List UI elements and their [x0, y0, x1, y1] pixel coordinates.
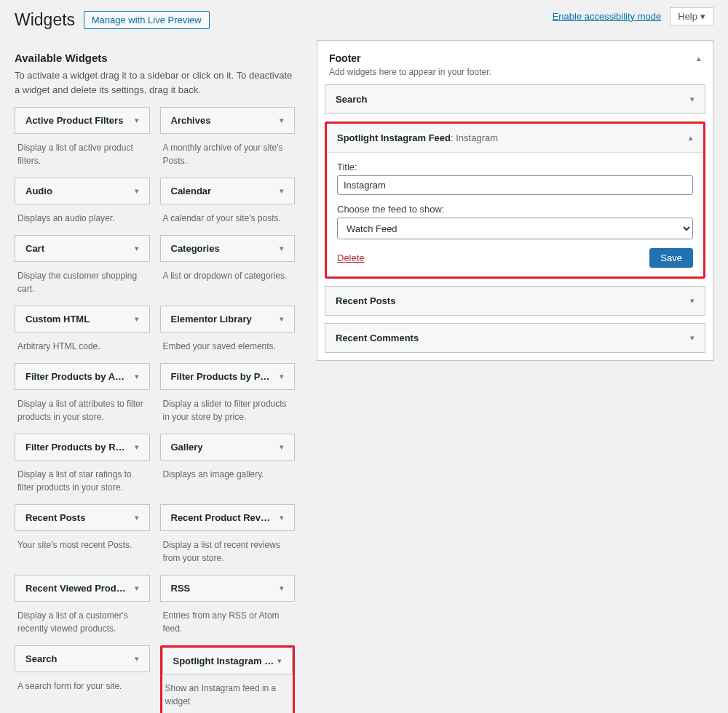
widget-subtitle: : Instagram [451, 132, 498, 143]
chevron-down-icon[interactable]: ▾ [280, 513, 284, 522]
chevron-down-icon[interactable]: ▾ [135, 314, 139, 324]
widget-description: Display a list of star ratings to filter… [15, 461, 150, 504]
live-preview-button[interactable]: Manage with Live Preview [84, 11, 210, 29]
widget-description: A monthly archive of your site's Posts. [160, 134, 296, 178]
widget-title: Elementor Library [171, 314, 252, 324]
widget-description: Your site's most recent Posts. [15, 531, 150, 562]
delete-link[interactable]: Delete [337, 252, 365, 263]
available-widget[interactable]: Gallery ▾ [160, 434, 296, 461]
available-widget[interactable]: Recent Product Reviews ▾ [160, 504, 296, 531]
chevron-down-icon[interactable]: ▾ [280, 186, 284, 196]
chevron-down-icon[interactable]: ▾ [135, 583, 139, 593]
available-widgets-heading: Available Widgets [15, 52, 295, 64]
chevron-down-icon[interactable]: ▾ [690, 333, 695, 343]
widget-title: Categories [171, 243, 220, 254]
chevron-down-icon[interactable]: ▾ [280, 442, 284, 452]
available-widgets-intro: To activate a widget drag it to a sideba… [15, 68, 295, 97]
chevron-down-icon[interactable]: ▾ [280, 314, 284, 324]
chevron-down-icon[interactable]: ▾ [280, 583, 284, 593]
widget-title: Calendar [171, 186, 212, 196]
feed-label: Choose the feed to show: [337, 204, 693, 215]
widget-title: Cart [25, 243, 44, 254]
chevron-down-icon[interactable]: ▾ [690, 296, 695, 306]
widget-title: Archives [171, 115, 211, 126]
available-widget[interactable]: Categories ▾ [160, 235, 296, 262]
footer-widget-instagram-open: Spotlight Instagram Feed: Instagram ▴ Ti… [325, 122, 705, 279]
chevron-down-icon[interactable]: ▾ [135, 372, 139, 381]
widget-title: Custom HTML [25, 314, 90, 324]
widget-title: Active Product Filters [25, 115, 123, 126]
widget-title: Search [25, 653, 57, 664]
widget-title: Spotlight Instagram F... [173, 656, 275, 666]
footer-widget-recent-comments[interactable]: Recent Comments ▾ [325, 323, 705, 353]
available-widget[interactable]: Custom HTML ▾ [15, 306, 150, 332]
save-button[interactable]: Save [649, 248, 693, 268]
widget-description: Display the customer shopping cart. [15, 262, 150, 306]
chevron-down-icon[interactable]: ▾ [135, 186, 139, 196]
widget-title: Gallery [171, 442, 203, 453]
chevron-down-icon[interactable]: ▾ [135, 654, 139, 664]
available-widget[interactable]: Archives ▾ [160, 107, 296, 134]
chevron-down-icon[interactable]: ▾ [135, 513, 139, 522]
chevron-down-icon[interactable]: ▾ [135, 244, 139, 253]
available-widget[interactable]: Cart ▾ [15, 235, 150, 262]
help-label: Help [678, 11, 697, 22]
widget-description: Embed your saved elements. [160, 332, 296, 363]
available-widget[interactable]: Filter Products by Price ▾ [160, 363, 296, 390]
widget-label: Recent Posts [336, 295, 395, 306]
available-widget[interactable]: Recent Viewed Produ... ▾ [15, 575, 150, 602]
chevron-down-icon: ▾ [700, 11, 705, 22]
available-widget[interactable]: Spotlight Instagram F... ▾ [162, 648, 293, 674]
chevron-down-icon[interactable]: ▾ [280, 244, 284, 253]
widget-description: A list or dropdown of categories. [160, 262, 296, 292]
widget-description: A search form for your site. [15, 672, 150, 703]
available-widget[interactable]: Elementor Library ▾ [160, 306, 296, 332]
widget-title: Filter Products by Attr... [25, 371, 127, 382]
widget-title: Filter Products by Price [171, 371, 273, 382]
widget-title: Recent Posts [25, 512, 85, 523]
title-label: Title: [337, 162, 693, 172]
widget-description: Arbitrary HTML code. [15, 332, 150, 363]
footer-area-desc: Add widgets here to appear in your foote… [317, 67, 713, 84]
title-input[interactable] [337, 175, 693, 195]
chevron-down-icon[interactable]: ▾ [135, 442, 139, 452]
page-title: Widgets [15, 0, 75, 33]
highlighted-widget: Spotlight Instagram F... ▾ Show an Insta… [160, 645, 296, 713]
chevron-up-icon[interactable]: ▴ [689, 133, 693, 143]
available-widget[interactable]: Recent Posts ▾ [15, 504, 150, 531]
widget-label: Recent Comments [336, 332, 419, 343]
accessibility-mode-link[interactable]: Enable accessibility mode [553, 11, 662, 22]
widget-description: Displays an image gallery. [160, 461, 296, 491]
chevron-down-icon[interactable]: ▾ [280, 372, 284, 381]
footer-widget-area: Footer ▴ Add widgets here to appear in y… [317, 40, 713, 361]
available-widget[interactable]: Active Product Filters ▾ [15, 107, 150, 134]
available-widget[interactable]: Search ▾ [15, 645, 150, 672]
available-widget[interactable]: Filter Products by Rati... ▾ [15, 434, 150, 461]
widget-description: Display a list of recent reviews from yo… [160, 531, 296, 575]
widget-title: Recent Viewed Produ... [25, 583, 127, 594]
chevron-down-icon[interactable]: ▾ [277, 656, 282, 666]
widget-title: RSS [171, 583, 191, 594]
footer-widget-search[interactable]: Search ▾ [325, 84, 705, 114]
footer-area-title: Footer [329, 52, 361, 64]
widget-description: Display a list of active product filters… [15, 134, 150, 178]
footer-widget-recent-posts[interactable]: Recent Posts ▾ [325, 286, 705, 316]
widget-description: Displays an audio player. [15, 204, 150, 235]
available-widget[interactable]: Audio ▾ [15, 178, 150, 204]
widget-title: Recent Product Reviews [171, 512, 273, 523]
widget-header[interactable]: Spotlight Instagram Feed: Instagram ▴ [327, 124, 703, 153]
chevron-down-icon[interactable]: ▾ [280, 116, 284, 125]
widget-label: Search [336, 94, 367, 105]
available-widget[interactable]: RSS ▾ [160, 575, 296, 602]
chevron-down-icon[interactable]: ▾ [690, 95, 695, 104]
chevron-down-icon[interactable]: ▾ [135, 116, 139, 125]
widget-description: Display a list of a customer's recently … [15, 602, 150, 645]
widget-description: Display a list of attributes to filter p… [15, 390, 150, 434]
available-widget[interactable]: Calendar ▾ [160, 178, 296, 204]
feed-select[interactable]: Watch Feed [337, 218, 693, 239]
widget-title: Filter Products by Rati... [25, 442, 127, 453]
available-widget[interactable]: Filter Products by Attr... ▾ [15, 363, 150, 390]
collapse-icon[interactable]: ▴ [697, 54, 701, 63]
help-button[interactable]: Help ▾ [670, 7, 713, 25]
widget-label: Spotlight Instagram Feed: Instagram [337, 132, 498, 143]
